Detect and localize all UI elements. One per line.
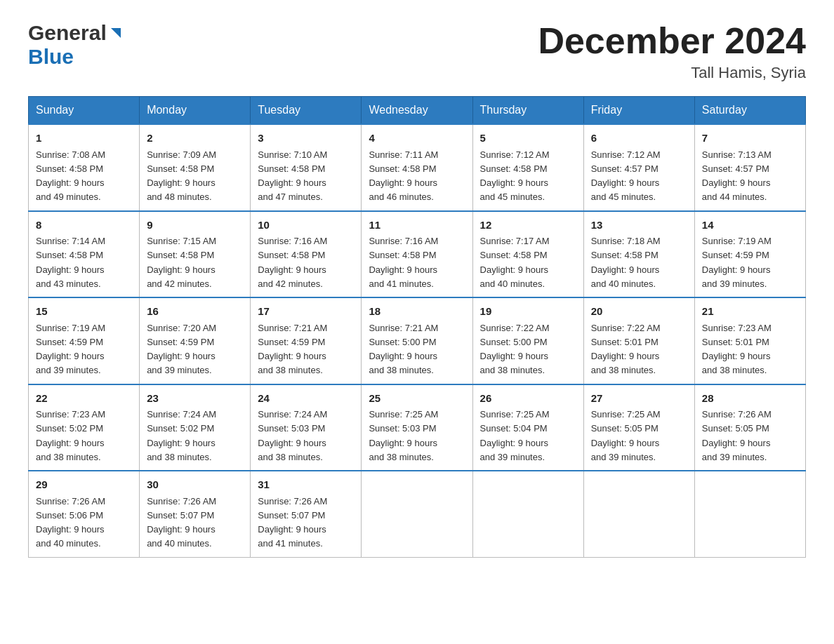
svg-marker-0 (111, 28, 121, 38)
calendar-cell: 12 Sunrise: 7:17 AMSunset: 4:58 PMDaylig… (472, 211, 583, 298)
calendar-header-friday: Friday (583, 97, 694, 125)
calendar-cell: 24 Sunrise: 7:24 AMSunset: 5:03 PMDaylig… (251, 384, 362, 471)
calendar-cell: 15 Sunrise: 7:19 AMSunset: 4:59 PMDaylig… (29, 297, 140, 384)
calendar-cell (694, 471, 805, 557)
calendar-week-row: 1 Sunrise: 7:08 AMSunset: 4:58 PMDayligh… (29, 124, 806, 211)
calendar-table: SundayMondayTuesdayWednesdayThursdayFrid… (28, 96, 806, 558)
calendar-cell: 30 Sunrise: 7:26 AMSunset: 5:07 PMDaylig… (140, 471, 251, 557)
month-title: December 2024 (538, 21, 806, 61)
calendar-cell: 19 Sunrise: 7:22 AMSunset: 5:00 PMDaylig… (472, 297, 583, 384)
day-info: Sunrise: 7:26 AMSunset: 5:06 PMDaylight:… (36, 496, 105, 549)
day-number: 23 (147, 391, 243, 407)
calendar-cell: 3 Sunrise: 7:10 AMSunset: 4:58 PMDayligh… (251, 124, 362, 211)
calendar-cell: 1 Sunrise: 7:08 AMSunset: 4:58 PMDayligh… (29, 124, 140, 211)
calendar-cell: 6 Sunrise: 7:12 AMSunset: 4:57 PMDayligh… (583, 124, 694, 211)
calendar-cell: 17 Sunrise: 7:21 AMSunset: 4:59 PMDaylig… (251, 297, 362, 384)
day-number: 11 (369, 217, 465, 234)
day-info: Sunrise: 7:23 AMSunset: 5:01 PMDaylight:… (702, 323, 772, 376)
calendar-cell (362, 471, 472, 557)
calendar-cell: 25 Sunrise: 7:25 AMSunset: 5:03 PMDaylig… (362, 384, 472, 471)
day-number: 27 (591, 391, 687, 407)
calendar-cell: 22 Sunrise: 7:23 AMSunset: 5:02 PMDaylig… (29, 384, 140, 471)
day-info: Sunrise: 7:17 AMSunset: 4:58 PMDaylight:… (480, 236, 550, 289)
day-info: Sunrise: 7:18 AMSunset: 4:58 PMDaylight:… (591, 236, 661, 289)
day-number: 20 (591, 304, 687, 320)
calendar-cell: 18 Sunrise: 7:21 AMSunset: 5:00 PMDaylig… (362, 297, 472, 384)
calendar-header-monday: Monday (140, 97, 251, 125)
day-number: 5 (480, 130, 576, 147)
day-info: Sunrise: 7:26 AMSunset: 5:07 PMDaylight:… (147, 496, 216, 549)
calendar-cell: 11 Sunrise: 7:16 AMSunset: 4:58 PMDaylig… (362, 211, 472, 298)
calendar-cell: 26 Sunrise: 7:25 AMSunset: 5:04 PMDaylig… (472, 384, 583, 471)
calendar-week-row: 29 Sunrise: 7:26 AMSunset: 5:06 PMDaylig… (29, 471, 806, 557)
calendar-cell: 27 Sunrise: 7:25 AMSunset: 5:05 PMDaylig… (583, 384, 694, 471)
day-number: 4 (369, 130, 465, 147)
calendar-cell: 20 Sunrise: 7:22 AMSunset: 5:01 PMDaylig… (583, 297, 694, 384)
day-info: Sunrise: 7:11 AMSunset: 4:58 PMDaylight:… (369, 149, 438, 203)
day-info: Sunrise: 7:10 AMSunset: 4:58 PMDaylight:… (258, 149, 327, 203)
calendar-cell: 14 Sunrise: 7:19 AMSunset: 4:59 PMDaylig… (694, 211, 805, 298)
day-info: Sunrise: 7:12 AMSunset: 4:57 PMDaylight:… (591, 149, 661, 203)
calendar-cell (583, 471, 694, 557)
day-info: Sunrise: 7:20 AMSunset: 4:59 PMDaylight:… (147, 323, 216, 376)
day-number: 30 (147, 477, 243, 493)
day-number: 10 (258, 217, 354, 234)
day-number: 31 (258, 477, 354, 493)
calendar-cell: 13 Sunrise: 7:18 AMSunset: 4:58 PMDaylig… (583, 211, 694, 298)
calendar-header-tuesday: Tuesday (251, 97, 362, 125)
day-number: 22 (36, 391, 132, 407)
calendar-week-row: 8 Sunrise: 7:14 AMSunset: 4:58 PMDayligh… (29, 211, 806, 298)
day-info: Sunrise: 7:14 AMSunset: 4:58 PMDaylight:… (36, 236, 105, 289)
day-info: Sunrise: 7:16 AMSunset: 4:58 PMDaylight:… (369, 236, 438, 289)
day-number: 7 (702, 130, 798, 147)
calendar-cell: 9 Sunrise: 7:15 AMSunset: 4:58 PMDayligh… (140, 211, 251, 298)
calendar-cell (472, 471, 583, 557)
calendar-cell: 31 Sunrise: 7:26 AMSunset: 5:07 PMDaylig… (251, 471, 362, 557)
calendar-header-sunday: Sunday (29, 97, 140, 125)
day-info: Sunrise: 7:21 AMSunset: 5:00 PMDaylight:… (369, 323, 438, 376)
day-info: Sunrise: 7:25 AMSunset: 5:05 PMDaylight:… (591, 409, 661, 462)
day-info: Sunrise: 7:09 AMSunset: 4:58 PMDaylight:… (147, 149, 216, 203)
day-number: 13 (591, 217, 687, 234)
calendar-header-thursday: Thursday (472, 97, 583, 125)
day-number: 16 (147, 304, 243, 320)
calendar-cell: 5 Sunrise: 7:12 AMSunset: 4:58 PMDayligh… (472, 124, 583, 211)
calendar-cell: 7 Sunrise: 7:13 AMSunset: 4:57 PMDayligh… (694, 124, 805, 211)
day-number: 14 (702, 217, 798, 234)
day-number: 21 (702, 304, 798, 320)
page-header: General Blue December 2024 Tall Hamis, S… (28, 21, 806, 82)
day-info: Sunrise: 7:15 AMSunset: 4:58 PMDaylight:… (147, 236, 216, 289)
calendar-cell: 2 Sunrise: 7:09 AMSunset: 4:58 PMDayligh… (140, 124, 251, 211)
day-info: Sunrise: 7:23 AMSunset: 5:02 PMDaylight:… (36, 409, 105, 462)
logo-triangle-icon (108, 25, 124, 41)
day-info: Sunrise: 7:24 AMSunset: 5:03 PMDaylight:… (258, 409, 327, 462)
day-info: Sunrise: 7:22 AMSunset: 5:01 PMDaylight:… (591, 323, 661, 376)
day-number: 12 (480, 217, 576, 234)
day-number: 15 (36, 304, 132, 320)
day-info: Sunrise: 7:24 AMSunset: 5:02 PMDaylight:… (147, 409, 216, 462)
day-number: 28 (702, 391, 798, 407)
day-info: Sunrise: 7:25 AMSunset: 5:04 PMDaylight:… (480, 409, 550, 462)
day-number: 9 (147, 217, 243, 234)
title-block: December 2024 Tall Hamis, Syria (538, 21, 806, 82)
day-info: Sunrise: 7:12 AMSunset: 4:58 PMDaylight:… (480, 149, 550, 203)
calendar-cell: 10 Sunrise: 7:16 AMSunset: 4:58 PMDaylig… (251, 211, 362, 298)
day-number: 17 (258, 304, 354, 320)
location-text: Tall Hamis, Syria (538, 64, 806, 82)
calendar-cell: 8 Sunrise: 7:14 AMSunset: 4:58 PMDayligh… (29, 211, 140, 298)
logo: General Blue (28, 21, 124, 69)
calendar-cell: 28 Sunrise: 7:26 AMSunset: 5:05 PMDaylig… (694, 384, 805, 471)
day-info: Sunrise: 7:25 AMSunset: 5:03 PMDaylight:… (369, 409, 438, 462)
calendar-cell: 4 Sunrise: 7:11 AMSunset: 4:58 PMDayligh… (362, 124, 472, 211)
day-info: Sunrise: 7:16 AMSunset: 4:58 PMDaylight:… (258, 236, 327, 289)
day-number: 2 (147, 130, 243, 147)
calendar-cell: 23 Sunrise: 7:24 AMSunset: 5:02 PMDaylig… (140, 384, 251, 471)
day-info: Sunrise: 7:26 AMSunset: 5:05 PMDaylight:… (702, 409, 772, 462)
calendar-cell: 16 Sunrise: 7:20 AMSunset: 4:59 PMDaylig… (140, 297, 251, 384)
calendar-cell: 21 Sunrise: 7:23 AMSunset: 5:01 PMDaylig… (694, 297, 805, 384)
calendar-header-wednesday: Wednesday (362, 97, 472, 125)
day-number: 26 (480, 391, 576, 407)
calendar-week-row: 22 Sunrise: 7:23 AMSunset: 5:02 PMDaylig… (29, 384, 806, 471)
day-number: 25 (369, 391, 465, 407)
day-number: 1 (36, 130, 132, 147)
